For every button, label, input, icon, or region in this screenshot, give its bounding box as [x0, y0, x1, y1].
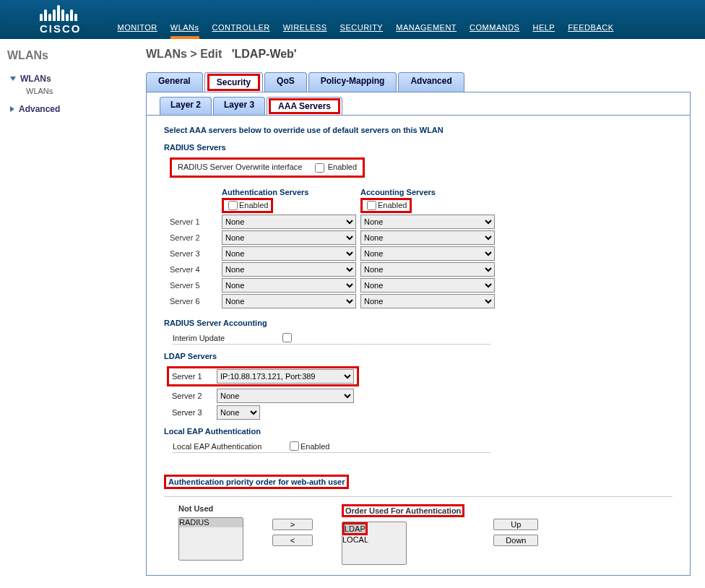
- subtab-aaa-servers[interactable]: AAA Servers: [267, 97, 342, 115]
- chevron-down-icon: [10, 77, 16, 81]
- not-used-header: Not Used: [178, 504, 243, 513]
- top-nav: MONITOR WLANs CONTROLLER WIRELESS SECURI…: [96, 23, 614, 39]
- enabled-label: Enabled: [328, 163, 357, 171]
- ldap-server-3-select[interactable]: None: [217, 405, 260, 420]
- auth-server-2-select[interactable]: None: [222, 230, 356, 245]
- interim-update-label: Interim Update: [173, 334, 281, 342]
- sidebar-item-label: WLANs: [20, 74, 51, 84]
- ldap-server-label: Server 3: [172, 408, 217, 417]
- auth-server-3-select[interactable]: None: [222, 246, 356, 261]
- sidebar-item-wlans-child[interactable]: WLANs: [7, 85, 126, 97]
- breadcrumb-action: Edit: [200, 48, 222, 60]
- order-used-column: Order Used For Authentication LDAP LOCAL: [342, 504, 464, 565]
- radius-accounting-header: RADIUS Server Accounting: [164, 319, 672, 327]
- tab-policy-mapping[interactable]: Policy-Mapping: [308, 72, 397, 92]
- auth-enabled-checkbox[interactable]: [228, 201, 238, 210]
- nav-feedback[interactable]: FEEDBACK: [568, 23, 613, 32]
- chevron-right-icon: [10, 106, 14, 112]
- tab-advanced[interactable]: Advanced: [398, 72, 464, 92]
- acct-server-3-select[interactable]: None: [360, 246, 495, 261]
- tab-panel: Layer 2 Layer 3 AAA Servers Select AAA s…: [146, 92, 691, 576]
- not-used-column: Not Used RADIUS: [178, 504, 243, 561]
- nav-commands[interactable]: COMMANDS: [470, 23, 519, 32]
- tab-security[interactable]: Security: [204, 72, 263, 92]
- breadcrumb-section: WLANs: [146, 48, 187, 60]
- move-up-button[interactable]: Up: [493, 519, 538, 530]
- server-label: Server 2: [170, 233, 222, 242]
- auth-priority-header: Authentication priority order for web-au…: [164, 475, 349, 489]
- ldap-server-1-select[interactable]: IP:10.88.173.121, Port:389: [217, 369, 354, 384]
- tabs: General Security QoS Policy-Mapping Adva…: [146, 72, 691, 92]
- auth-server-4-select[interactable]: None: [222, 262, 356, 277]
- sidebar-title: WLANs: [7, 49, 126, 62]
- interim-update-checkbox[interactable]: [282, 333, 292, 342]
- radius-overwrite-checkbox[interactable]: [315, 163, 324, 173]
- sidebar-item-wlans[interactable]: WLANs: [7, 72, 126, 85]
- auth-server-5-select[interactable]: None: [222, 278, 356, 293]
- subtab-layer2[interactable]: Layer 2: [160, 97, 212, 115]
- nav-wireless[interactable]: WIRELESS: [283, 23, 327, 32]
- ldap-server-label: Server 1: [172, 372, 217, 381]
- local-eap-label: Local EAP Authentication: [173, 442, 288, 451]
- ldap-servers-header: LDAP Servers: [164, 352, 672, 360]
- auth-servers-header: Authentication Servers: [222, 188, 360, 196]
- enabled-label: Enabled: [239, 201, 268, 209]
- server-label: Server 3: [170, 249, 222, 258]
- cisco-logo: CISCO: [0, 5, 96, 39]
- enabled-label: Enabled: [378, 201, 407, 209]
- acct-server-1-select[interactable]: None: [360, 215, 495, 229]
- acct-servers-header: Accounting Servers: [360, 188, 499, 196]
- tab-qos[interactable]: QoS: [264, 72, 307, 92]
- server-label: Server 4: [170, 265, 222, 274]
- acct-enabled-checkbox[interactable]: [367, 201, 376, 210]
- auth-server-6-select[interactable]: None: [222, 294, 356, 308]
- move-right-button[interactable]: >: [272, 519, 313, 530]
- enabled-label: Enabled: [300, 442, 329, 451]
- sidebar-item-label: Advanced: [19, 104, 60, 114]
- server-label: Server 1: [170, 217, 222, 226]
- move-left-button[interactable]: <: [272, 535, 313, 546]
- nav-monitor[interactable]: MONITOR: [118, 23, 157, 32]
- local-eap-header: Local EAP Authentication: [164, 427, 672, 436]
- subtabs: Layer 2 Layer 3 AAA Servers: [147, 97, 690, 116]
- auth-server-1-select[interactable]: None: [222, 215, 356, 229]
- subtab-label: AAA Servers: [269, 98, 340, 114]
- aaa-instruction: Select AAA servers below to override use…: [164, 126, 672, 134]
- radius-servers-header: RADIUS Servers: [164, 143, 672, 152]
- nav-security[interactable]: SECURITY: [340, 23, 384, 32]
- brand-text: CISCO: [40, 22, 82, 35]
- tab-label: Security: [207, 74, 260, 91]
- radius-overwrite-row: RADIUS Server Overwrite interface Enable…: [170, 157, 365, 178]
- sidebar: WLANs WLANs WLANs Advanced: [0, 39, 133, 588]
- radius-overwrite-label: RADIUS Server Overwrite interface: [178, 163, 302, 171]
- subtab-layer3[interactable]: Layer 3: [213, 97, 265, 115]
- main-content: WLANs > Edit 'LDAP-Web' General Security…: [133, 39, 705, 588]
- local-eap-checkbox[interactable]: [290, 441, 299, 451]
- server-label: Server 5: [170, 281, 222, 290]
- sidebar-item-label: WLANs: [26, 87, 53, 95]
- nav-wlans[interactable]: WLANs: [170, 23, 199, 32]
- nav-controller[interactable]: CONTROLLER: [212, 23, 270, 32]
- order-used-header: Order Used For Authentication: [342, 504, 464, 517]
- ldap-server-label: Server 2: [172, 392, 217, 400]
- nav-management[interactable]: MANAGEMENT: [396, 23, 457, 32]
- nav-help[interactable]: HELP: [532, 23, 555, 32]
- order-used-listbox[interactable]: LDAP LOCAL: [342, 522, 407, 565]
- acct-server-4-select[interactable]: None: [360, 262, 495, 277]
- ldap-server-2-select[interactable]: None: [217, 389, 354, 403]
- breadcrumb: WLANs > Edit 'LDAP-Web': [146, 48, 691, 61]
- sidebar-item-advanced[interactable]: Advanced: [7, 103, 126, 116]
- not-used-listbox[interactable]: RADIUS: [178, 517, 243, 561]
- app-header: CISCO MONITOR WLANs CONTROLLER WIRELESS …: [0, 0, 705, 39]
- breadcrumb-name: 'LDAP-Web': [232, 48, 297, 60]
- move-down-button[interactable]: Down: [493, 535, 538, 546]
- acct-server-5-select[interactable]: None: [360, 278, 495, 293]
- tab-general[interactable]: General: [146, 72, 203, 92]
- acct-server-6-select[interactable]: None: [360, 294, 495, 308]
- server-label: Server 6: [170, 297, 222, 306]
- acct-server-2-select[interactable]: None: [360, 230, 495, 245]
